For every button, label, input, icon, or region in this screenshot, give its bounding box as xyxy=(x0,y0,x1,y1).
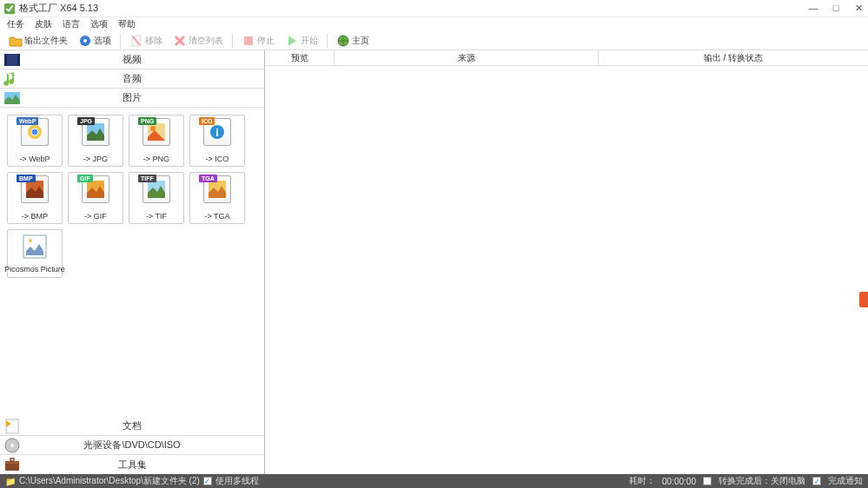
clear-icon xyxy=(173,34,187,48)
clear-button[interactable]: 清空列表 xyxy=(169,32,227,49)
shutdown-label: 转换完成后：关闭电脑 xyxy=(719,475,805,487)
toolbar-separator xyxy=(232,33,233,49)
svg-rect-9 xyxy=(17,54,20,66)
right-panel: 预览 来源 输出 / 转换状态 xyxy=(265,50,868,474)
format-badge: ICO xyxy=(199,117,215,125)
stop-button[interactable]: 停止 xyxy=(238,32,278,49)
left-panel: 视频 音频 图片 WebP -> WebP JPG xyxy=(0,50,265,474)
maximize-button[interactable]: □ xyxy=(830,3,842,14)
format-ico[interactable]: ICO i -> ICO xyxy=(189,115,245,167)
format-tif[interactable]: TIFF -> TIF xyxy=(129,172,184,224)
stop-icon xyxy=(242,34,255,48)
close-button[interactable]: ✕ xyxy=(852,3,865,14)
photo-icon xyxy=(148,181,165,198)
elapsed-label: 耗时： xyxy=(629,475,655,487)
image-format-grid: WebP -> WebP JPG -> JPG PNG -> PNG xyxy=(0,108,264,417)
menu-options[interactable]: 选项 xyxy=(90,18,108,30)
format-label: -> PNG xyxy=(143,155,169,163)
category-document[interactable]: 文档 xyxy=(0,417,264,436)
play-icon xyxy=(285,34,299,48)
menu-language[interactable]: 语言 xyxy=(63,18,80,30)
output-folder-label: 输出文件夹 xyxy=(24,35,68,47)
svg-rect-28 xyxy=(5,463,19,471)
homepage-button[interactable]: 主页 xyxy=(333,32,373,49)
col-output[interactable]: 输出 / 转换状态 xyxy=(599,50,868,65)
format-badge: WebP xyxy=(17,117,38,125)
image-icon xyxy=(3,89,21,107)
menu-help[interactable]: 帮助 xyxy=(118,18,136,30)
format-png[interactable]: PNG -> PNG xyxy=(129,115,184,167)
format-jpg[interactable]: JPG -> JPG xyxy=(68,115,123,167)
options-button[interactable]: 选项 xyxy=(75,32,115,49)
format-webp[interactable]: WebP -> WebP xyxy=(7,115,63,167)
multithread-label: 使用多线程 xyxy=(215,475,259,487)
picosmos-icon xyxy=(22,234,48,260)
video-icon xyxy=(3,51,21,69)
stop-label: 停止 xyxy=(257,35,275,47)
elapsed-time: 00:00:00 xyxy=(662,477,696,486)
status-folder-icon[interactable]: 📁 xyxy=(5,477,16,486)
format-badge: BMP xyxy=(17,175,36,182)
menu-task[interactable]: 任务 xyxy=(7,18,24,30)
multithread-checkbox[interactable]: ✓ xyxy=(203,477,212,485)
homepage-label: 主页 xyxy=(352,35,369,47)
category-disc-label: 光驱设备\DVD\CD\ISO xyxy=(83,439,180,452)
format-badge: PNG xyxy=(138,117,156,125)
format-label: -> JPG xyxy=(83,155,108,163)
remove-label: 移除 xyxy=(145,35,162,47)
main-area: 视频 音频 图片 WebP -> WebP JPG xyxy=(0,50,868,474)
file-list-area[interactable] xyxy=(265,66,868,474)
shutdown-checkbox[interactable]: ✓ xyxy=(703,477,712,485)
folder-icon xyxy=(9,34,23,48)
format-bmp[interactable]: BMP -> BMP xyxy=(7,172,63,224)
category-video[interactable]: 视频 xyxy=(0,50,264,69)
toolbox-icon xyxy=(3,456,21,473)
photo-icon xyxy=(26,181,43,198)
chrome-icon xyxy=(26,123,43,141)
format-label: -> GIF xyxy=(84,212,107,221)
svg-rect-30 xyxy=(10,458,14,461)
start-label: 开始 xyxy=(301,35,318,47)
start-button[interactable]: 开始 xyxy=(282,32,321,49)
format-badge: GIF xyxy=(77,175,93,182)
remove-icon xyxy=(129,34,143,48)
category-video-label: 视频 xyxy=(123,53,142,66)
menu-bar: 任务 皮肤 语言 选项 帮助 xyxy=(0,17,868,31)
format-label: Picosmos Picture xyxy=(4,266,65,274)
app-icon xyxy=(3,3,16,15)
format-badge: JPG xyxy=(77,117,95,125)
format-gif[interactable]: GIF -> GIF xyxy=(68,172,123,224)
format-badge: TIFF xyxy=(138,175,156,182)
category-tools[interactable]: 工具集 xyxy=(0,455,264,474)
toolbar: 输出文件夹 选项 移除 清空列表 停止 开始 主页 xyxy=(0,31,868,50)
minimize-button[interactable]: — xyxy=(807,3,819,14)
status-path[interactable]: C:\Users\Administrator\Desktop\新建文件夹 (2) xyxy=(19,475,200,487)
notify-checkbox[interactable]: ✓ xyxy=(812,477,821,485)
category-image[interactable]: 图片 xyxy=(0,89,264,108)
category-image-label: 图片 xyxy=(123,91,142,104)
category-tools-label: 工具集 xyxy=(118,458,147,472)
menu-skin[interactable]: 皮肤 xyxy=(35,18,52,30)
globe-icon xyxy=(336,34,350,48)
col-preview[interactable]: 预览 xyxy=(265,50,335,65)
col-source[interactable]: 来源 xyxy=(335,50,599,65)
output-folder-button[interactable]: 输出文件夹 xyxy=(5,32,71,49)
category-audio[interactable]: 音频 xyxy=(0,69,264,89)
format-tga[interactable]: TGA -> TGA xyxy=(189,172,245,224)
svg-rect-8 xyxy=(4,54,7,66)
disc-icon xyxy=(3,437,21,454)
svg-point-2 xyxy=(83,39,87,43)
category-audio-label: 音频 xyxy=(123,72,142,85)
remove-button[interactable]: 移除 xyxy=(126,32,166,49)
column-headers: 预览 来源 输出 / 转换状态 xyxy=(265,50,868,66)
format-label: -> WebP xyxy=(19,155,50,163)
category-disc[interactable]: 光驱设备\DVD\CD\ISO xyxy=(0,436,264,455)
svg-point-24 xyxy=(29,239,32,242)
format-badge: TGA xyxy=(199,175,217,182)
clear-label: 清空列表 xyxy=(189,35,223,47)
svg-rect-5 xyxy=(244,36,253,45)
format-picosmos[interactable]: Picosmos Picture xyxy=(7,229,63,278)
side-tab[interactable] xyxy=(859,292,868,307)
photo-icon xyxy=(148,123,165,141)
document-icon xyxy=(3,418,21,435)
